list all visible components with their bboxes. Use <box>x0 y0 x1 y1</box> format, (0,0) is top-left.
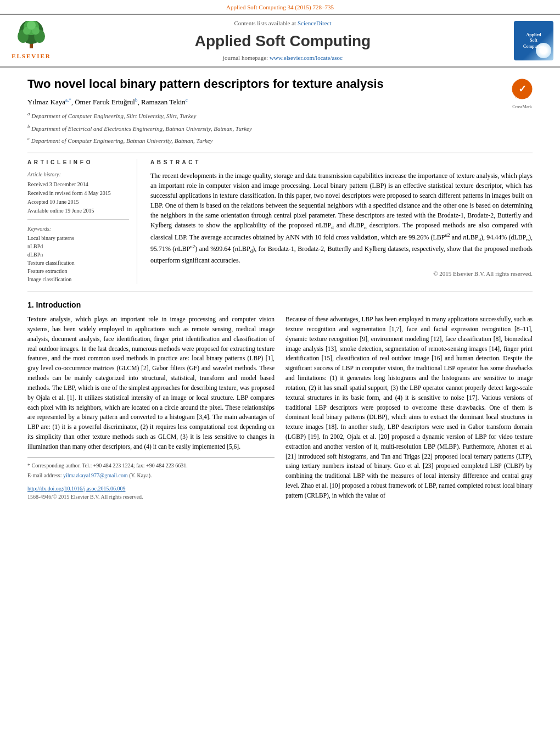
journal-logo: AppliedSoftComputing <box>514 21 553 60</box>
authors-line: Yılmaz Kayaa,*, Ömer Faruk Ertuğrulb, Ra… <box>27 97 533 108</box>
section-divider <box>27 292 533 292</box>
keyword-feature: Feature extraction <box>27 267 129 275</box>
elsevier-logo-section: ELSEVIER <box>7 21 56 60</box>
intro-right-column: Because of these advantages, LBP has bee… <box>285 315 533 501</box>
journal-homepage: journal homepage: www.elsevier.com/locat… <box>61 54 504 62</box>
elsevier-label: ELSEVIER <box>12 52 51 60</box>
crossmark-container: ✓ CrossMark CrossMark <box>512 79 533 109</box>
journal-logo-text: AppliedSoftComputing <box>523 32 545 49</box>
doi-link[interactable]: http://dx.doi.org/10.1016/j.asoc.2015.06… <box>27 486 125 492</box>
affiliation-b: b Department of Electrical and Electroni… <box>27 123 533 133</box>
journal-title: Applied Soft Computing <box>61 30 504 52</box>
info-divider <box>27 219 129 220</box>
journal-homepage-link[interactable]: www.elsevier.com/locate/asoc <box>270 54 343 61</box>
issn-line: 1568-4946/© 2015 Elsevier B.V. All right… <box>27 493 275 501</box>
header-center: Contents lists available at ScienceDirec… <box>61 19 504 62</box>
article-info-panel: A R T I C L E I N F O Article history: R… <box>27 159 137 284</box>
keyword-nlbpd: nLBPd <box>27 243 129 250</box>
journal-citation: Applied Soft Computing 34 (2015) 728–735 <box>0 0 560 14</box>
footnote-section: * Corresponding author. Tel.: +90 484 22… <box>27 458 275 501</box>
journal-logo-box: AppliedSoftComputing <box>509 21 553 60</box>
doi-line: http://dx.doi.org/10.1016/j.asoc.2015.06… <box>27 484 275 493</box>
citation-text: Applied Soft Computing 34 (2015) 728–735 <box>226 4 334 10</box>
svg-text:✓: ✓ <box>518 83 527 94</box>
intro-right-text: Because of these advantages, LBP has bee… <box>285 316 533 499</box>
intro-left-column: Texture analysis, which plays an importa… <box>27 315 275 501</box>
footnote-corresponding: * Corresponding author. Tel.: +90 484 22… <box>27 461 275 470</box>
history-received: Received 3 December 2014 <box>27 181 129 188</box>
crossmark-icon: ✓ CrossMark <box>512 79 533 99</box>
history-accepted: Accepted 10 June 2015 <box>27 198 129 206</box>
footnote-email: E-mail address: yilmazkaya1977@gmail.com… <box>27 471 275 480</box>
keyword-image: Image classification <box>27 276 129 283</box>
affiliation-c: c Department of Computer Engineering, Ba… <box>27 135 533 145</box>
crossmark-label: CrossMark <box>512 104 533 110</box>
history-online: Available online 19 June 2015 <box>27 207 129 215</box>
sciencedirect-line: Contents lists available at ScienceDirec… <box>61 19 504 27</box>
copyright-line: © 2015 Elsevier B.V. All rights reserved… <box>150 270 533 278</box>
main-content: ✓ CrossMark CrossMark Two novel local bi… <box>0 68 560 512</box>
article-info-heading: A R T I C L E I N F O <box>27 159 129 166</box>
one-highlight: One <box>165 202 176 209</box>
intro-heading: 1. Introduction <box>27 300 533 311</box>
abstract-heading: A B S T R A C T <box>150 159 533 166</box>
author-tekin: Ramazan Tekinc <box>141 98 188 106</box>
history-revised: Received in revised form 4 May 2015 <box>27 189 129 197</box>
intro-left-text: Texture analysis, which plays an importa… <box>27 316 275 450</box>
sciencedirect-link[interactable]: ScienceDirect <box>298 20 332 26</box>
two-column-layout: Texture analysis, which plays an importa… <box>27 315 533 501</box>
article-info-abstract: A R T I C L E I N F O Article history: R… <box>27 153 533 284</box>
keyword-lbp: Local binary patterns <box>27 235 129 242</box>
elsevier-image: ELSEVIER <box>7 21 56 60</box>
keywords-label: Keywords: <box>27 225 129 233</box>
abstract-section: A B S T R A C T The recent developments … <box>150 159 533 284</box>
affiliation-a: a Department of Computer Engineering, Si… <box>27 110 533 120</box>
keywords-section: Keywords: Local binary patterns nLBPd dL… <box>27 225 129 283</box>
elsevier-tree-icon <box>15 21 48 51</box>
svg-point-7 <box>27 21 36 30</box>
abstract-text: The recent developments in the image qua… <box>150 171 533 266</box>
author-ertugrul: Ömer Faruk Ertuğrulb, <box>75 98 141 106</box>
intro-number: 1. <box>27 300 34 309</box>
svg-text:CrossMark: CrossMark <box>516 96 529 99</box>
paper-title: Two novel local binary pattern descripto… <box>27 76 533 92</box>
keyword-dlbpn: dLBPn <box>27 251 129 259</box>
keyword-texture: Texture classification <box>27 259 129 267</box>
email-link[interactable]: yilmazkaya1977@gmail.com <box>63 472 128 478</box>
intro-title: Introduction <box>36 300 81 309</box>
author-kaya: Yılmaz Kayaa,*, <box>27 98 75 106</box>
history-label: Article history: <box>27 171 129 178</box>
journal-header: ELSEVIER Contents lists available at Sci… <box>0 14 560 68</box>
